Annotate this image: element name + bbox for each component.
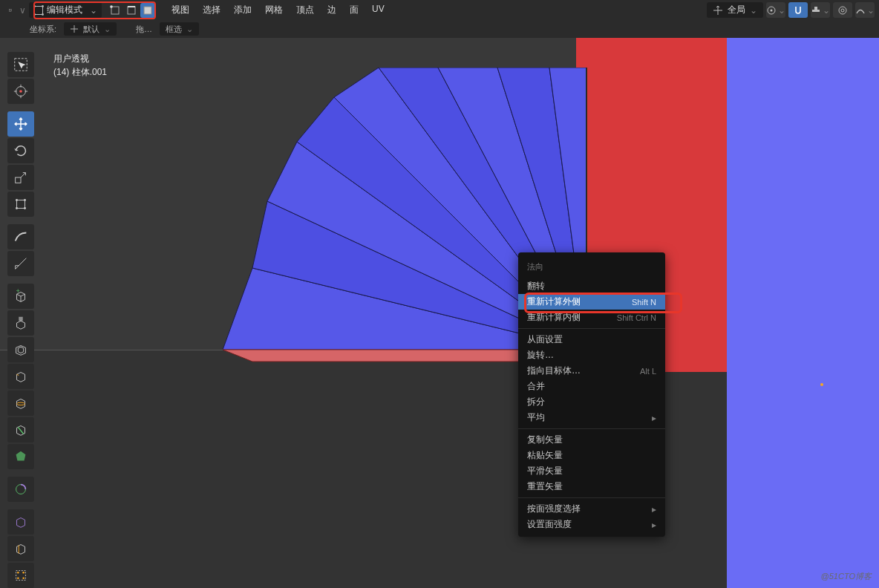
svg-rect-27 [814, 7, 817, 10]
transform-space-label: 全局 [728, 4, 745, 16]
svg-rect-33 [16, 177, 21, 183]
select-box-dropdown[interactable]: 框选 ⌄ [160, 22, 199, 36]
svg-point-47 [22, 572, 24, 574]
menu-mesh[interactable]: 网格 [259, 1, 289, 19]
tool-polybuild[interactable] [7, 444, 34, 469]
context-menu-item[interactable]: 平均▸ [518, 410, 665, 425]
select-box-label: 框选 [166, 24, 182, 35]
snap-toggle-button[interactable] [788, 2, 808, 18]
context-menu-item-label: 重新计算内侧 [527, 311, 581, 324]
svg-rect-19 [111, 7, 119, 14]
context-menu-item[interactable]: 复制矢量 [518, 432, 665, 448]
menu-vertex[interactable]: 顶点 [290, 1, 320, 19]
tool-annotate[interactable] [7, 224, 34, 249]
proportional-falloff-button[interactable]: ⌄ [855, 2, 875, 18]
menu-face[interactable]: 面 [344, 1, 365, 19]
tool-spin[interactable] [7, 477, 34, 502]
chevron-down-icon: ⌄ [90, 5, 97, 16]
tool-scale[interactable] [7, 165, 34, 190]
context-menu-item-label: 平均 [527, 411, 545, 424]
svg-point-41 [17, 402, 25, 405]
svg-point-18 [42, 13, 44, 16]
svg-point-20 [110, 5, 113, 8]
proportional-edit-button[interactable] [833, 2, 852, 18]
tool-shrink[interactable] [7, 563, 34, 588]
svg-point-16 [42, 5, 44, 7]
context-menu-item[interactable]: 设置面强度▸ [518, 517, 665, 532]
snap-type-button[interactable]: ⌄ [811, 2, 830, 18]
context-menu-item-label: 设置面强度 [527, 518, 572, 531]
tool-measure[interactable] [7, 251, 34, 276]
svg-rect-23 [144, 7, 151, 14]
edge-select-button[interactable] [124, 3, 139, 18]
svg-point-38 [24, 207, 26, 209]
svg-rect-21 [128, 7, 135, 14]
viewport-3d[interactable] [0, 38, 879, 588]
header-top: ∨ 编辑模式 ⌄ 视图 选择 添加 网格 顶点 边 面 UV 全局 ⌄ ⌄ ⌄ … [0, 0, 879, 20]
context-menu-separator [518, 428, 665, 429]
object-name-label: (14) 柱体.001 [53, 65, 107, 79]
context-menu-item[interactable]: 旋转… [518, 347, 665, 363]
context-menu-item[interactable]: 翻转 [518, 278, 665, 294]
context-menu-item-label: 重新计算外侧 [527, 295, 581, 308]
context-menu-item[interactable]: 合并 [518, 379, 665, 394]
select-mode-buttons [108, 3, 155, 18]
context-menu-item-label: 粘贴矢量 [527, 449, 563, 462]
context-menu-item-label: 旋转… [527, 349, 554, 362]
menu-edge[interactable]: 边 [321, 1, 342, 19]
context-menu-item[interactable]: 平滑矢量 [518, 463, 665, 479]
context-menu-separator [518, 497, 665, 498]
svg-point-35 [16, 199, 18, 201]
context-menu-item-label: 指向目标体… [527, 365, 581, 377]
context-menu-item[interactable]: 从面设置 [518, 332, 665, 347]
tool-add-cube[interactable]: + [7, 284, 34, 309]
context-menu-item[interactable]: 按面强度选择▸ [518, 501, 665, 517]
svg-text:+: + [16, 288, 20, 295]
orientation-value: 默认 [83, 24, 99, 35]
menu-uv[interactable]: UV [366, 1, 391, 19]
mode-selector[interactable]: 编辑模式 ⌄ [29, 2, 102, 18]
tool-loopcut[interactable] [7, 391, 34, 416]
context-menu-item-label: 平滑矢量 [527, 465, 563, 477]
context-menu-shortcut: Shift Ctrl N [617, 313, 656, 322]
tool-inset[interactable] [7, 337, 34, 362]
context-menu-separator [518, 328, 665, 329]
tool-move[interactable] [7, 111, 34, 137]
svg-point-46 [17, 572, 19, 574]
context-menu-item[interactable]: 指向目标体…Alt L [518, 363, 665, 379]
tool-transform[interactable] [7, 192, 34, 217]
context-menu-item[interactable]: 粘贴矢量 [518, 448, 665, 463]
pivot-point-button[interactable]: ⌄ [766, 2, 785, 18]
svg-rect-40 [19, 317, 23, 321]
context-menu-item[interactable]: 重置矢量 [518, 479, 665, 494]
tool-sidebar: + [7, 52, 36, 588]
menu-add[interactable]: 添加 [228, 1, 258, 19]
face-select-button[interactable] [140, 3, 155, 18]
svg-rect-34 [17, 200, 25, 209]
editor-type-dropdown[interactable] [4, 4, 16, 16]
tool-cursor[interactable] [7, 79, 34, 104]
svg-point-25 [771, 9, 773, 11]
header-second-row: 坐标系: 默认 ⌄ 拖… 框选 ⌄ [0, 20, 879, 38]
context-menu-item[interactable]: 重新计算内侧Shift Ctrl N [518, 310, 665, 325]
mode-label: 编辑模式 [47, 4, 82, 16]
tool-rotate[interactable] [7, 138, 34, 163]
orientation-dropdown[interactable]: 默认 ⌄ [64, 22, 117, 36]
tool-knife[interactable] [7, 417, 34, 442]
svg-marker-42 [16, 451, 26, 461]
context-menu-item-label: 复制矢量 [527, 434, 563, 446]
svg-point-32 [19, 90, 22, 93]
svg-point-37 [16, 207, 18, 209]
menu-select[interactable]: 选择 [197, 1, 226, 19]
context-menu-item[interactable]: 拆分 [518, 394, 665, 410]
tool-bevel[interactable] [7, 364, 34, 389]
tool-extrude[interactable] [7, 310, 34, 336]
transform-orientation-dropdown[interactable]: 全局 ⌄ [707, 2, 763, 18]
tool-smooth[interactable] [7, 509, 34, 535]
menu-view[interactable]: 视图 [166, 1, 195, 19]
vertex-select-button[interactable] [108, 3, 122, 18]
context-menu-item[interactable]: 重新计算外侧Shift N [518, 294, 665, 310]
svg-point-29 [841, 9, 844, 12]
tool-select-box[interactable] [7, 52, 34, 77]
tool-edge-slide[interactable] [7, 536, 34, 561]
